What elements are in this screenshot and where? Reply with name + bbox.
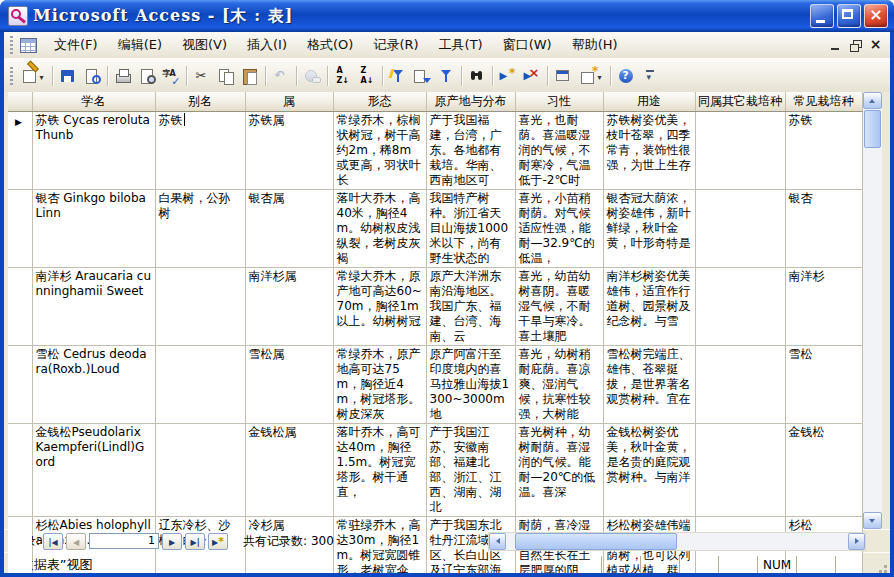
table-cell[interactable]: 落叶乔木，高可达40m，胸径1.5m。树冠宽塔形。树干通直， bbox=[333, 424, 426, 517]
table-cell[interactable] bbox=[695, 190, 785, 268]
menu-window[interactable]: 窗口(W) bbox=[493, 33, 562, 57]
menu-format[interactable]: 格式(O) bbox=[297, 33, 363, 57]
column-header[interactable]: 常见栽培种 bbox=[785, 92, 862, 112]
column-header[interactable]: 原产地与分布 bbox=[426, 92, 515, 112]
table-cell[interactable]: 苏铁树姿优美，枝叶苍翠，四季常青，装饰性很强，为世上生存 bbox=[603, 112, 695, 190]
row-selector[interactable] bbox=[8, 268, 32, 346]
select-all-corner[interactable] bbox=[8, 92, 32, 112]
table-cell[interactable] bbox=[695, 268, 785, 346]
paste-button[interactable] bbox=[238, 65, 262, 87]
table-cell[interactable]: 银杏 bbox=[785, 190, 862, 268]
table-cell[interactable]: 产于我国福建，台湾，广东。各地都有栽培。华南、西南地区可 bbox=[426, 112, 515, 190]
delete-record-button[interactable] bbox=[520, 65, 544, 87]
titlebar[interactable]: Microsoft Access - [木 : 表] bbox=[0, 0, 894, 32]
vertical-scroll-track[interactable] bbox=[863, 109, 882, 512]
filter-by-selection-button[interactable] bbox=[386, 65, 410, 87]
table-cell[interactable]: 原产阿富汗至印度境内的喜马拉雅山海拔1300~3000m地 bbox=[426, 346, 515, 424]
file-search-button[interactable] bbox=[80, 65, 104, 87]
menu-tools[interactable]: 工具(T) bbox=[429, 33, 493, 57]
table-cell[interactable]: 南洋杉 Araucaria cunninghamii Sweet bbox=[32, 268, 155, 346]
row-selector[interactable] bbox=[8, 424, 32, 517]
resize-grip[interactable] bbox=[874, 553, 890, 573]
table-cell[interactable]: 雪松 Cedrus deodara(Roxb.)Loud bbox=[32, 346, 155, 424]
insert-hyperlink-button[interactable] bbox=[300, 65, 324, 87]
scroll-down-button[interactable] bbox=[863, 512, 882, 529]
table-cell[interactable] bbox=[695, 112, 785, 190]
table-cell[interactable] bbox=[155, 424, 245, 517]
column-header[interactable]: 别名 bbox=[155, 92, 245, 112]
table-cell[interactable]: 南洋杉树姿优美雄伟，适宜作行道树、园景树及纪念树。与雪 bbox=[603, 268, 695, 346]
table-cell[interactable]: 常绿乔木，棕榈状树冠，树干高约2m，稀8m或更高，羽状叶长 bbox=[333, 112, 426, 190]
cut-button[interactable] bbox=[190, 65, 214, 87]
sort-ascending-button[interactable] bbox=[331, 65, 355, 87]
row-selector[interactable] bbox=[8, 112, 32, 190]
table-cell[interactable]: 喜光树种，幼树耐荫。喜湿润的气候。能耐—20℃的低温。喜深 bbox=[515, 424, 603, 517]
mdi-restore-button[interactable] bbox=[847, 38, 864, 53]
table-cell[interactable]: 喜光，也耐荫。喜温暖湿润的气候，不耐寒冷，气温低于-2℃时 bbox=[515, 112, 603, 190]
menu-insert[interactable]: 插入(I) bbox=[237, 33, 297, 57]
minimize-button[interactable] bbox=[810, 4, 834, 28]
undo-button[interactable] bbox=[269, 65, 293, 87]
previous-record-button[interactable] bbox=[66, 533, 86, 550]
table-cell[interactable] bbox=[155, 268, 245, 346]
table-cell[interactable]: 常绿乔木，原产地高可达75m，胸径近4m，树冠塔形。树皮深灰 bbox=[333, 346, 426, 424]
column-header[interactable]: 属 bbox=[245, 92, 333, 112]
table-cell[interactable] bbox=[695, 346, 785, 424]
toolbar-grip[interactable] bbox=[10, 67, 13, 85]
column-header[interactable]: 学名 bbox=[32, 92, 155, 112]
toolbar-options-button[interactable] bbox=[638, 65, 662, 87]
table-cell[interactable]: 金钱松树姿优美，秋叶金黄，是名贵的庭院观赏树种。与南洋 bbox=[603, 424, 695, 517]
table-cell[interactable]: 雪松属 bbox=[245, 346, 333, 424]
column-header[interactable]: 形态 bbox=[333, 92, 426, 112]
table-cell[interactable]: 银杏冠大荫浓，树姿雄伟，新叶鲜绿，秋叶金黄，叶形奇特是 bbox=[603, 190, 695, 268]
table-cell[interactable] bbox=[155, 346, 245, 424]
table-cell[interactable]: 苏铁 Cycas reroluta Thunb bbox=[32, 112, 155, 190]
last-record-button[interactable] bbox=[185, 533, 205, 550]
scroll-right-button[interactable] bbox=[848, 533, 865, 550]
menu-view[interactable]: 视图(V) bbox=[172, 33, 237, 57]
first-record-button[interactable] bbox=[43, 533, 63, 550]
vertical-scroll-thumb[interactable] bbox=[864, 110, 881, 148]
table-cell[interactable]: 银杏 Ginkgo biloba Linn bbox=[32, 190, 155, 268]
menu-edit[interactable]: 编辑(E) bbox=[108, 33, 172, 57]
view-button[interactable] bbox=[17, 65, 49, 87]
new-record-button[interactable] bbox=[496, 65, 520, 87]
table-cell[interactable]: 常绿大乔木，原产地可高达60~70m，胸径1m以上。幼树树冠 bbox=[333, 268, 426, 346]
database-window-button[interactable] bbox=[551, 65, 575, 87]
scroll-up-button[interactable] bbox=[863, 92, 882, 109]
scroll-left-button[interactable] bbox=[489, 533, 506, 550]
maximize-button[interactable] bbox=[837, 4, 861, 28]
table-cell[interactable]: 产于我国江苏、安徽南部、福建北部、浙江、江西、湖南、湖北 bbox=[426, 424, 515, 517]
table-cell[interactable]: 金钱松 bbox=[785, 424, 862, 517]
close-button[interactable] bbox=[864, 4, 888, 28]
menubar-grip[interactable] bbox=[10, 36, 13, 54]
table-cell[interactable]: 金钱松属 bbox=[245, 424, 333, 517]
table-cell[interactable]: 南洋杉属 bbox=[245, 268, 333, 346]
print-button[interactable] bbox=[111, 65, 135, 87]
copy-button[interactable] bbox=[214, 65, 238, 87]
table-cell[interactable]: 金钱松Pseudolarix Kaempferi(Lindl)Gord bbox=[32, 424, 155, 517]
row-selector[interactable] bbox=[8, 190, 32, 268]
spelling-button[interactable] bbox=[159, 65, 183, 87]
table-cell[interactable]: 落叶大乔木，高40米，胸径4m。幼树权皮浅纵裂，老树皮灰褐 bbox=[333, 190, 426, 268]
table-cell[interactable]: 银杏属 bbox=[245, 190, 333, 268]
new-object-button[interactable] bbox=[575, 65, 607, 87]
table-cell[interactable] bbox=[695, 424, 785, 517]
table-cell[interactable]: 喜光，小苗稍耐荫。对气候适应性强，能耐—32.9℃的低温， bbox=[515, 190, 603, 268]
table-cell[interactable]: 我国特产树种。浙江省天目山海拔1000米以下，尚有野生状态的 bbox=[426, 190, 515, 268]
sort-descending-button[interactable] bbox=[355, 65, 379, 87]
table-cell[interactable]: 原产大洋洲东南沿海地区。我国广东、福建、台湾、海南、云 bbox=[426, 268, 515, 346]
filter-by-form-button[interactable] bbox=[410, 65, 434, 87]
help-button[interactable] bbox=[614, 65, 638, 87]
horizontal-scrollbar[interactable] bbox=[488, 532, 866, 551]
new-record-button[interactable] bbox=[208, 533, 228, 550]
mdi-close-button[interactable] bbox=[867, 38, 884, 53]
table-cell[interactable]: 喜光，幼树稍耐庇荫。喜凉爽、湿润气候，抗寒性较强，大树能 bbox=[515, 346, 603, 424]
vertical-scrollbar[interactable] bbox=[863, 92, 882, 529]
table-cell[interactable]: 苏铁 bbox=[155, 112, 245, 190]
table-cell[interactable]: 苏铁 bbox=[785, 112, 862, 190]
apply-filter-button[interactable] bbox=[434, 65, 458, 87]
menu-help[interactable]: 帮助(H) bbox=[562, 33, 628, 57]
find-button[interactable] bbox=[465, 65, 489, 87]
print-preview-button[interactable] bbox=[135, 65, 159, 87]
